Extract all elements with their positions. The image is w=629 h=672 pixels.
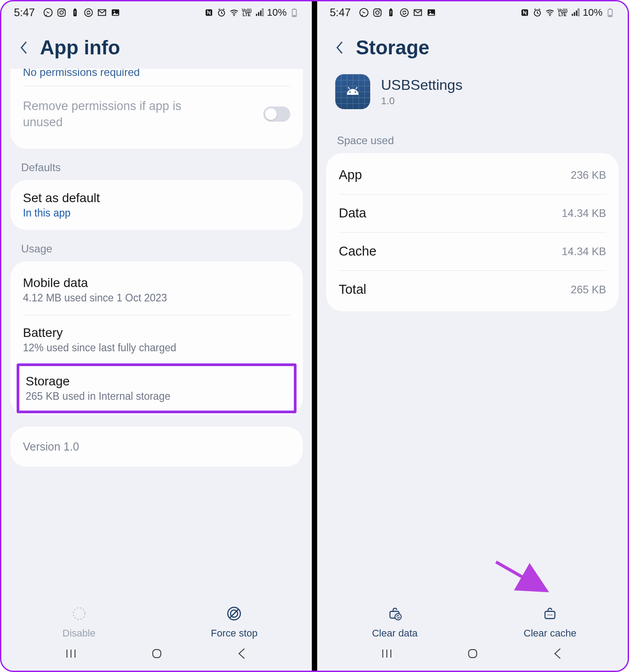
set-default-row[interactable]: Set as default In this app	[10, 180, 303, 230]
svg-rect-16	[260, 10, 261, 16]
clear-data-button[interactable]: Clear data	[317, 606, 473, 639]
remove-permissions-toggle[interactable]	[263, 106, 290, 122]
signal-icon	[570, 8, 580, 18]
data-size-value: 14.34 KB	[562, 207, 606, 220]
status-time: 5:47	[330, 6, 351, 19]
defaults-card: Set as default In this app	[10, 180, 303, 230]
status-bar: 5:47 ! Vo)))LTE 10%	[1, 1, 312, 24]
page-title: App info	[40, 36, 120, 59]
force-stop-button[interactable]: Force stop	[157, 606, 312, 639]
left-phone: 5:47 ! Vo)))LTE 10%	[1, 1, 312, 671]
app-info-block: USBSettings 1.0	[317, 69, 628, 130]
svg-rect-19	[293, 9, 295, 10]
wifi-icon	[545, 8, 555, 18]
sync-icon	[399, 8, 409, 18]
alarm-icon	[217, 8, 226, 18]
version-text: Version 1.0	[23, 440, 79, 453]
battery-title: Battery	[23, 326, 290, 340]
data-size-row: Data 14.34 KB	[326, 194, 619, 232]
space-used-card: App 236 KB Data 14.34 KB Cache 14.34 KB …	[326, 153, 619, 311]
usage-section-label: Usage	[1, 230, 312, 261]
nav-back[interactable]	[235, 647, 249, 662]
page-header: Storage	[317, 24, 628, 69]
version-card[interactable]: Version 1.0	[10, 427, 303, 467]
nav-home[interactable]	[150, 647, 164, 662]
svg-point-39	[429, 11, 430, 12]
right-phone: 5:47 ! Vo)))LTE 10% Stora	[317, 1, 628, 671]
total-size-label: Total	[339, 282, 366, 297]
screenshot-divider	[312, 1, 317, 671]
set-default-title: Set as default	[23, 191, 290, 205]
nav-back[interactable]	[551, 647, 565, 662]
svg-rect-28	[153, 650, 161, 658]
nav-bar	[317, 642, 628, 671]
svg-rect-15	[258, 12, 259, 16]
svg-point-50	[349, 91, 350, 93]
disable-icon	[71, 606, 87, 624]
battery-percent: 10%	[267, 7, 287, 18]
bottom-actions: Clear data Clear cache	[317, 601, 628, 642]
svg-rect-44	[574, 12, 575, 16]
back-button[interactable]	[17, 40, 31, 55]
set-default-sub: In this app	[23, 207, 290, 219]
nfc-icon	[204, 8, 214, 18]
cache-size-label: Cache	[339, 244, 377, 259]
permissions-card: No permissions required Remove permissio…	[10, 69, 303, 149]
svg-point-10	[114, 11, 115, 12]
mobile-data-title: Mobile data	[23, 276, 290, 290]
instagram-icon	[372, 8, 382, 18]
signal-icon	[254, 8, 264, 18]
svg-rect-14	[256, 14, 257, 16]
svg-point-3	[63, 10, 64, 11]
remove-permissions-row[interactable]: Remove permissions if app is unused	[10, 86, 303, 144]
wifi-icon	[229, 8, 239, 18]
nav-bar	[1, 642, 312, 671]
remove-permissions-label: Remove permissions if app is unused	[23, 98, 216, 131]
space-used-label: Space used	[317, 130, 628, 153]
defaults-section-label: Defaults	[1, 149, 312, 180]
storage-sub: 265 KB used in Internal storage	[26, 390, 288, 402]
nav-recents[interactable]	[64, 647, 78, 662]
clear-cache-button[interactable]: Clear cache	[473, 606, 628, 639]
svg-rect-43	[572, 14, 573, 16]
svg-point-31	[376, 11, 379, 14]
svg-text:!: !	[74, 10, 75, 15]
svg-rect-48	[609, 9, 611, 10]
app-name: USBSettings	[381, 77, 462, 93]
svg-point-2	[60, 11, 63, 14]
svg-rect-34	[390, 9, 392, 10]
back-button[interactable]	[332, 40, 347, 55]
storage-highlight: Storage 265 KB used in Internal storage	[17, 363, 297, 413]
mobile-data-row[interactable]: Mobile data 4.12 MB used since 1 Oct 202…	[10, 265, 303, 315]
app-size-row: App 236 KB	[326, 156, 619, 194]
battery-low-icon: !	[70, 8, 80, 18]
svg-point-51	[354, 91, 356, 93]
nav-home[interactable]	[466, 647, 479, 662]
page-header: App info	[1, 24, 312, 69]
svg-rect-61	[469, 650, 477, 658]
battery-icon	[289, 8, 299, 18]
sync-icon	[84, 8, 93, 18]
svg-point-7	[84, 9, 92, 16]
svg-rect-20	[293, 15, 296, 17]
force-stop-icon	[226, 606, 242, 624]
disable-label: Disable	[62, 628, 95, 639]
status-time: 5:47	[14, 6, 35, 19]
nfc-icon	[520, 8, 530, 18]
no-permissions-text: No permissions required	[10, 69, 303, 86]
instagram-icon	[57, 8, 66, 18]
gallery-icon	[426, 8, 436, 18]
clear-cache-label: Clear cache	[524, 628, 576, 639]
battery-low-icon: !	[386, 8, 396, 18]
storage-row[interactable]: Storage 265 KB used in Internal storage	[26, 374, 288, 402]
battery-row[interactable]: Battery 12% used since last fully charge…	[10, 315, 303, 365]
app-version: 1.0	[381, 95, 462, 107]
page-title: Storage	[356, 36, 430, 59]
svg-point-36	[400, 9, 408, 16]
nav-recents[interactable]	[380, 647, 394, 662]
svg-point-21	[73, 608, 85, 619]
usage-card: Mobile data 4.12 MB used since 1 Oct 202…	[10, 261, 303, 415]
svg-rect-17	[262, 9, 263, 16]
alarm-icon	[532, 8, 542, 18]
svg-text:!: !	[390, 10, 391, 15]
